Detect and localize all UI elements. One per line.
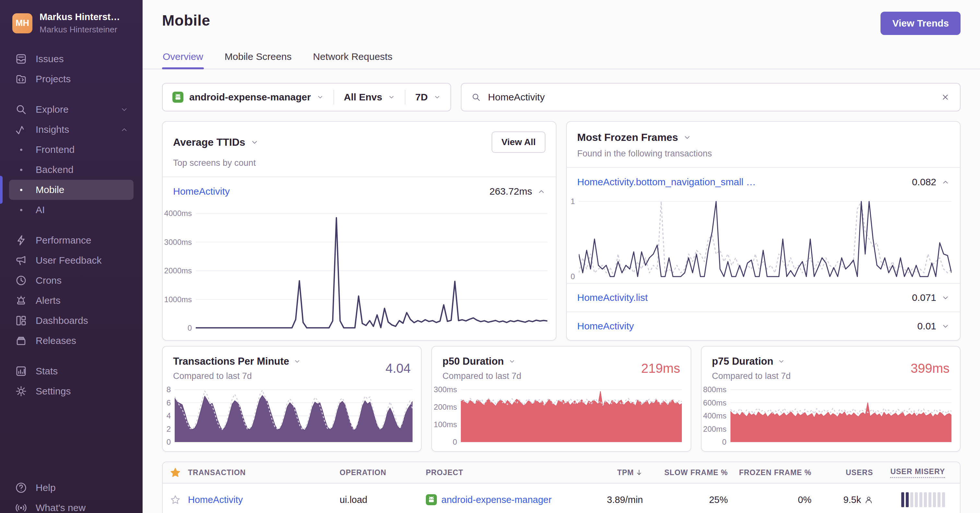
sidebar-item-insights-ai[interactable]: AI <box>9 200 134 220</box>
sidebar-item-dashboards[interactable]: Dashboards <box>9 311 134 331</box>
org-user-menu[interactable]: MH Markus Hinterst… Markus Hintersteiner <box>0 0 143 43</box>
average-ttids-title-dropdown[interactable]: Average TTIDs <box>173 137 259 148</box>
column-header-tpm[interactable]: TPM <box>574 468 643 477</box>
sidebar-item-issues[interactable]: Issues <box>9 49 134 69</box>
sidebar-item-insights[interactable]: Insights <box>9 119 134 140</box>
sidebar-item-whats-new[interactable]: What's new <box>9 498 134 513</box>
tab-network-requests[interactable]: Network Requests <box>312 47 393 69</box>
chevron-down-icon <box>388 94 395 101</box>
user-name: Markus Hinterst… <box>40 12 120 22</box>
project-filter[interactable]: android-expense-manager <box>163 84 334 111</box>
clear-search-icon[interactable] <box>940 92 950 102</box>
transaction-link[interactable]: HomeActivity.list <box>577 292 648 303</box>
frozen-frames-chart: 10 <box>569 198 951 278</box>
metric-value: 219ms <box>641 361 680 376</box>
column-header-frozen[interactable]: FROZEN FRAME % <box>728 468 811 477</box>
sidebar-item-label: Settings <box>36 386 128 397</box>
sidebar-item-help[interactable]: Help <box>9 478 134 498</box>
column-header-operation[interactable]: OPERATION <box>340 468 426 477</box>
y-axis-tick-label: 0 <box>571 272 575 281</box>
sidebar-item-label: Explore <box>36 104 112 115</box>
sidebar-item-label: Frontend <box>36 144 128 155</box>
metric-title-dropdown[interactable]: p50 Duration <box>442 356 521 367</box>
star-outline-icon <box>170 495 180 505</box>
frozen-transaction-row: HomeActivity0.01 <box>567 311 960 340</box>
sidebar-item-label: Performance <box>36 235 128 246</box>
date-range-filter[interactable]: 7D <box>406 84 450 111</box>
expand-chevron-down-icon[interactable] <box>942 322 950 330</box>
frozen-frame-rate: 0.01 <box>918 321 936 332</box>
view-all-button[interactable]: View All <box>492 132 546 153</box>
column-header-project[interactable]: PROJECT <box>426 468 574 477</box>
user-misery-bars <box>873 492 960 507</box>
sidebar-item-insights-mobile[interactable]: Mobile <box>9 180 134 200</box>
tab-mobile-screens[interactable]: Mobile Screens <box>224 47 292 69</box>
y-axis-tick-label: 4 <box>167 411 171 420</box>
y-axis-tick-label: 0 <box>722 438 726 446</box>
help-icon <box>15 481 27 494</box>
metric-subtitle: Compared to last 7d <box>442 371 521 381</box>
metric-title: Transactions Per Minute <box>173 356 289 367</box>
sidebar-item-explore[interactable]: Explore <box>9 99 134 119</box>
y-axis-tick-label: 200ms <box>703 425 727 434</box>
card-subtitle: Top screens by count <box>173 158 546 168</box>
transaction-link[interactable]: HomeActivity <box>173 186 230 197</box>
column-header-misery[interactable]: USER MISERY <box>873 467 960 478</box>
table-row: HomeActivityui.loadandroid-expense-manag… <box>163 484 960 513</box>
card-subtitle: Found in the following transactions <box>577 149 950 159</box>
collapse-chevron-up-icon[interactable] <box>537 187 546 195</box>
projects-icon <box>15 73 27 85</box>
sidebar-item-settings[interactable]: Settings <box>9 381 134 401</box>
sidebar-item-alerts[interactable]: Alerts <box>9 291 134 311</box>
bullet-icon <box>15 149 27 151</box>
alerts-icon <box>15 294 27 307</box>
sidebar-item-label: Releases <box>36 335 128 346</box>
sidebar-item-releases[interactable]: Releases <box>9 331 134 351</box>
sidebar-item-crons[interactable]: Crons <box>9 270 134 291</box>
page-filter-bar: android-expense-manager All Envs 7D <box>162 83 451 111</box>
column-header-users[interactable]: USERS <box>811 468 873 477</box>
sidebar-item-performance[interactable]: Performance <box>9 230 134 250</box>
y-axis-tick-label: 800ms <box>703 385 727 394</box>
sidebar-item-label: Issues <box>36 54 128 64</box>
column-header-transaction[interactable]: TRANSACTION <box>188 468 340 477</box>
user-misery-cell <box>873 492 960 507</box>
column-header-slow[interactable]: SLOW FRAME % <box>643 468 728 477</box>
environment-filter[interactable]: All Envs <box>334 84 405 111</box>
search-icon <box>471 92 481 102</box>
y-axis-tick-label: 0 <box>188 324 192 333</box>
transaction-link[interactable]: HomeActivity <box>577 321 634 332</box>
view-trends-button[interactable]: View Trends <box>880 12 961 35</box>
project-link[interactable]: android-expense-manager <box>441 494 552 505</box>
y-axis-tick-label: 2 <box>167 425 171 434</box>
metric-title-dropdown[interactable]: Transactions Per Minute <box>173 356 301 367</box>
chevron-up-icon <box>120 125 128 134</box>
sidebar-item-stats[interactable]: Stats <box>9 361 134 381</box>
search-input[interactable] <box>488 92 933 103</box>
metric-title-dropdown[interactable]: p75 Duration <box>712 356 791 367</box>
expand-chevron-down-icon[interactable] <box>942 294 950 302</box>
main-content: Mobile View Trends OverviewMobile Screen… <box>143 0 980 513</box>
explore-icon <box>15 103 27 116</box>
y-axis-tick-label: 4000ms <box>164 209 192 218</box>
transaction-link[interactable]: HomeActivity.bottom_navigation_small … <box>577 176 756 187</box>
collapse-chevron-up-icon[interactable] <box>942 178 950 186</box>
whats-new-icon <box>15 502 27 513</box>
sidebar-item-insights-frontend[interactable]: Frontend <box>9 140 134 160</box>
p75-duration-card: p75 DurationCompared to last 7d399ms800m… <box>701 346 961 452</box>
y-axis-tick-label: 8 <box>167 385 171 394</box>
column-header-fav[interactable] <box>163 467 188 478</box>
sidebar-item-projects[interactable]: Projects <box>9 69 134 89</box>
favorite-star-button[interactable] <box>163 495 188 505</box>
settings-icon <box>15 385 27 397</box>
tab-overview[interactable]: Overview <box>162 47 204 69</box>
transaction-link[interactable]: HomeActivity <box>188 494 243 505</box>
chevron-down-icon <box>317 94 324 101</box>
bullet-icon <box>15 209 27 211</box>
tpm-cell: 3.89/min <box>574 494 643 505</box>
y-axis-tick-label: 400ms <box>703 411 727 420</box>
frozen-frames-title-dropdown[interactable]: Most Frozen Frames <box>577 132 691 143</box>
sidebar-item-label: Crons <box>36 275 128 286</box>
sidebar-item-insights-backend[interactable]: Backend <box>9 160 134 180</box>
sidebar-item-user-feedback[interactable]: User Feedback <box>9 250 134 270</box>
